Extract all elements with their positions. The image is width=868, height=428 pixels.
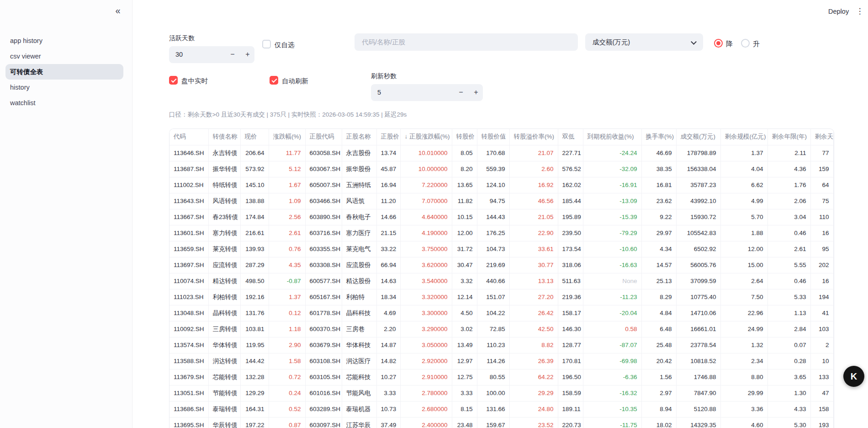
column-header[interactable]: 剩余年限(年) (767, 129, 810, 145)
table-cell: 603289.SH (305, 401, 342, 417)
column-header[interactable]: 涨跌幅(%) (269, 129, 305, 145)
table-cell: 8.15 (452, 401, 477, 417)
table-cell: 润达医疗 (342, 353, 376, 369)
column-header[interactable]: 正股价 (376, 129, 400, 145)
table-cell: 春23转债 (208, 209, 240, 225)
sidebar-item-history[interactable]: history (5, 80, 123, 95)
sidebar-item-csv-viewer[interactable]: csv viewer (5, 48, 123, 64)
column-header[interactable]: 换手率(%) (641, 129, 676, 145)
sort-asc-label[interactable]: 升 (753, 40, 760, 48)
table-cell: 31.72 (452, 241, 477, 257)
table-cell: 113051.SH (169, 385, 208, 401)
table-cell: 16.81 (641, 177, 676, 193)
table-cell: 五洲特纸 (342, 177, 376, 193)
table-cell: 4.33 (767, 401, 810, 417)
table-cell: 24.99 (720, 321, 767, 337)
column-header[interactable]: 双低 (558, 129, 583, 145)
column-header[interactable]: 转股价 (452, 129, 477, 145)
realtime-label[interactable]: 盘中实时 (181, 77, 208, 86)
column-header[interactable]: 成交额(万元) (676, 129, 720, 145)
table-cell: 1746.88 (676, 369, 720, 385)
table-cell: 185.44 (558, 193, 583, 209)
table-cell: 华体科技 (342, 337, 376, 353)
table-cell: 13.65 (452, 177, 477, 193)
sort-desc-label[interactable]: 降 (726, 40, 733, 48)
column-header[interactable]: 正股代码 (305, 129, 342, 145)
table-cell: 45.87 (376, 161, 400, 177)
sort-field-select[interactable]: 成交额(万元) (585, 33, 703, 51)
table-cell: 113601.SH (169, 225, 208, 241)
table-cell: 46.69 (641, 145, 676, 161)
table-cell: 3.33 (376, 385, 400, 401)
bonds-table: 代码转债名称现价涨跌幅(%)正股代码正股名称正股价↓ 正股涨跌幅(%)转股价转股… (169, 128, 834, 428)
column-header[interactable]: 转股价值 (477, 129, 509, 145)
sidebar-item-watchlist[interactable]: watchlist (5, 95, 123, 111)
table-cell: -16.91 (583, 177, 641, 193)
table-cell: 16.92 (509, 177, 558, 193)
refresh-seconds-value[interactable]: 5 (377, 84, 381, 101)
table-cell: 4.84 (641, 305, 676, 321)
table-cell: 特纸转债 (208, 177, 240, 193)
table-cell: 145.10 (240, 177, 269, 193)
table-cell: 113686.SH (169, 401, 208, 417)
sort-desc-radio[interactable] (714, 39, 723, 48)
table-row: 113646.SH永吉转债206.6411.77603058.SH永吉股份13.… (169, 145, 833, 161)
deploy-button[interactable]: Deploy (828, 8, 849, 15)
table-cell: 202 (810, 257, 833, 273)
floating-k-badge[interactable]: K (843, 366, 864, 387)
table-cell: 35787.23 (676, 177, 720, 193)
table-cell: 5.30 (767, 417, 810, 428)
table-cell: 华辰转债 (208, 417, 240, 428)
column-header[interactable]: 现价 (240, 129, 269, 145)
only-watchlist-checkbox[interactable] (262, 40, 271, 48)
auto-refresh-checkbox[interactable] (270, 76, 278, 85)
kebab-menu-icon[interactable]: ⋮ (854, 6, 865, 17)
sidebar-collapse-icon[interactable]: « (109, 5, 127, 17)
table-cell: 0.76 (269, 241, 305, 257)
table-cell: 14329.35 (676, 417, 720, 428)
column-header[interactable]: 剩余规模(亿元) (720, 129, 767, 145)
column-header[interactable]: 剩余天数 (810, 129, 833, 145)
only-watchlist-label[interactable]: 仅自选 (275, 41, 295, 49)
active-days-input[interactable]: 30 − + (169, 46, 254, 63)
realtime-checkbox[interactable] (169, 76, 178, 85)
search-input[interactable]: 代码/名称/正股 (355, 33, 578, 51)
table-cell: 104.22 (477, 305, 509, 321)
table-cell: 16 (810, 273, 833, 289)
column-header[interactable]: 正股名称 (342, 129, 376, 145)
table-cell: 2.97 (641, 385, 676, 401)
column-header[interactable]: 转股溢价率(%) (509, 129, 558, 145)
table-cell: 113646.SH (169, 145, 208, 161)
table-row: 113601.SH塞力转债216.612.61603716.SH塞力医疗21.1… (169, 225, 833, 241)
sidebar-item-可转债全表[interactable]: 可转债全表 (5, 64, 123, 80)
table-cell: 12.14 (452, 289, 477, 305)
sidebar-item-app-history[interactable]: app history (5, 33, 123, 48)
table-cell: 113679.SH (169, 369, 208, 385)
active-days-value[interactable]: 30 (175, 46, 183, 63)
column-header[interactable]: ↓ 正股涨跌幅(%) (400, 129, 452, 145)
table-cell: 2.61 (269, 225, 305, 241)
active-days-increment-button[interactable]: + (241, 46, 254, 63)
active-days-decrement-button[interactable]: − (226, 46, 239, 63)
table-cell: 23778.54 (676, 337, 720, 353)
table-cell: 219.69 (477, 257, 509, 273)
table-cell: 10.010000 (400, 145, 452, 161)
refresh-seconds-increment-button[interactable]: + (469, 84, 483, 101)
table-cell: 0.72 (269, 369, 305, 385)
table-cell: -10.60 (583, 241, 641, 257)
table-cell: 精达转债 (208, 273, 240, 289)
table-cell: 22.90 (509, 225, 558, 241)
auto-refresh-label[interactable]: 自动刷新 (282, 77, 308, 86)
refresh-seconds-decrement-button[interactable]: − (454, 84, 468, 101)
sort-asc-radio[interactable] (741, 39, 750, 48)
table-cell: 4.99 (720, 193, 767, 209)
column-header[interactable]: 代码 (169, 129, 208, 145)
column-header[interactable]: 转债名称 (208, 129, 240, 145)
table-cell: 600370.SH (305, 321, 342, 337)
refresh-seconds-input[interactable]: 5 − + (371, 84, 483, 101)
table-cell: 18.34 (376, 289, 400, 305)
table-cell: 2.920000 (400, 353, 452, 369)
table-cell: 603716.SH (305, 225, 342, 241)
column-header[interactable]: 到期税前收益(%) (583, 129, 641, 145)
table-cell: 605167.SH (305, 289, 342, 305)
